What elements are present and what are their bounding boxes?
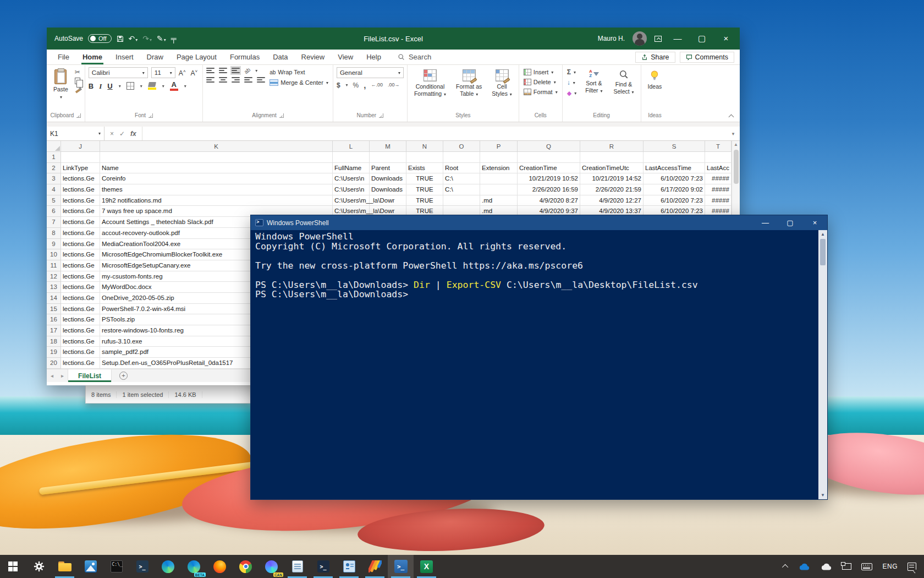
avatar[interactable] <box>632 31 647 46</box>
sort-filter-button[interactable]: AZ Sort &Filter ▾ <box>582 67 606 96</box>
decrease-indent-icon[interactable] <box>244 77 252 83</box>
increase-decimal-icon[interactable]: ←.00 <box>371 83 383 88</box>
copy-icon[interactable] <box>75 78 80 84</box>
orientation-icon[interactable]: ab <box>243 66 252 75</box>
customize-quick-access-icon[interactable]: ╤ <box>171 35 177 42</box>
undo-icon[interactable]: ↶▾ <box>129 35 138 42</box>
fill-button[interactable]: ↓▾ <box>566 78 578 87</box>
grid-cell-O4[interactable]: C:\ <box>443 184 480 195</box>
ps-maximize-button[interactable]: ▢ <box>778 216 802 230</box>
taskbar-firefox[interactable] <box>207 555 233 578</box>
grid-cell-M2[interactable]: Parent <box>370 163 406 174</box>
grid-cell-P1[interactable] <box>480 152 518 163</box>
autosum-button[interactable]: Σ▾ <box>566 68 578 76</box>
grid-cell-L3[interactable]: C:\Users\n <box>333 173 370 184</box>
grid-cell-K5[interactable]: 19h2 notifications.md <box>100 195 333 206</box>
column-header-M[interactable]: M <box>370 141 406 152</box>
column-header-P[interactable]: P <box>480 141 518 152</box>
underline-button[interactable]: U <box>107 83 112 90</box>
taskbar-settings[interactable] <box>26 555 52 578</box>
ribbon-tab-data[interactable]: Data <box>266 50 294 64</box>
taskbar[interactable]: C:\_ >_ BETA CAN >_ >_ X ENG <box>0 555 924 578</box>
ps-scrollbar[interactable]: ▲ ▼ <box>818 230 827 499</box>
collapse-ribbon-icon[interactable] <box>728 114 735 119</box>
row-header-11[interactable]: 11 <box>47 260 61 271</box>
grid-cell-K1[interactable] <box>100 152 333 163</box>
wrap-text-button[interactable]: ab Wrap Text <box>268 68 329 76</box>
grid-cell-M3[interactable]: Downloads <box>370 173 406 184</box>
grid-cell-J17[interactable]: lections.Ge <box>61 325 100 336</box>
grid-cell-T3[interactable]: ##### <box>705 173 732 184</box>
grid-cell-L4[interactable]: C:\Users\n <box>333 184 370 195</box>
bold-button[interactable]: B <box>89 83 94 90</box>
sheet-nav-right-icon[interactable]: ▸ <box>57 373 68 379</box>
row-header-14[interactable]: 14 <box>47 293 61 304</box>
ribbon-tab-insert[interactable]: Insert <box>109 50 140 64</box>
fill-color-button[interactable] <box>148 82 156 90</box>
column-header-J[interactable]: J <box>61 141 100 152</box>
grid-cell-P3[interactable] <box>480 173 518 184</box>
touch-mode-icon[interactable]: ✎▾ <box>157 35 166 42</box>
taskbar-excel[interactable]: X <box>414 555 439 578</box>
align-right-icon[interactable] <box>232 77 240 83</box>
delete-cells-button[interactable]: Delete▾ <box>522 78 559 86</box>
share-button[interactable]: Share <box>635 52 675 63</box>
ribbon-display-options-icon[interactable] <box>654 36 662 42</box>
ribbon[interactable]: Paste▾ ✂ Clipboard Calibri▾ 11▾ A˄ A˅ <box>47 65 740 122</box>
grid-cell-Q4[interactable]: 2/26/2020 16:59 <box>518 184 580 195</box>
row-header-2[interactable]: 2 <box>47 163 61 174</box>
grid-cell-J8[interactable]: lections.Ge <box>61 228 100 239</box>
restore-button[interactable]: ▢ <box>694 28 710 50</box>
grid-cell-T2[interactable]: LastAcc <box>705 163 732 174</box>
taskbar-whiteboard[interactable] <box>362 555 388 578</box>
grid-cell-J6[interactable]: lections.Ge <box>61 206 100 217</box>
column-header-Q[interactable]: Q <box>518 141 580 152</box>
grid-cell-M4[interactable]: Downloads <box>370 184 406 195</box>
grid-cell-R2[interactable]: CreationTimeUtc <box>580 163 644 174</box>
grid-cell-L5[interactable]: C:\Users\m__la\Dowr <box>333 195 370 206</box>
grid-cell-S2[interactable]: LastAccessTime <box>644 163 705 174</box>
tray-onedrive-business[interactable] <box>815 555 837 578</box>
align-center-icon[interactable] <box>219 77 227 83</box>
redo-icon[interactable]: ↷▾ <box>142 35 152 42</box>
select-all-corner[interactable] <box>47 141 61 152</box>
comments-button[interactable]: Comments <box>680 52 734 63</box>
row-header-9[interactable]: 9 <box>47 239 61 250</box>
grid-cell-R4[interactable]: 2/26/2020 21:59 <box>580 184 644 195</box>
grid-cell-J20[interactable]: lections.Ge <box>61 358 100 369</box>
row-header-13[interactable]: 13 <box>47 282 61 293</box>
autosave-toggle[interactable]: Off <box>88 34 111 43</box>
taskbar-powershell-active[interactable]: >_ <box>388 555 414 578</box>
new-sheet-icon[interactable]: + <box>119 372 128 380</box>
grid-cell-S1[interactable] <box>644 152 705 163</box>
cancel-entry-icon[interactable]: × <box>110 130 114 138</box>
ribbon-tab-formulas[interactable]: Formulas <box>223 50 266 64</box>
tray-touch-keyboard[interactable] <box>856 555 877 578</box>
taskbar-file-explorer[interactable] <box>52 555 78 578</box>
grid-cell-O3[interactable]: C:\ <box>443 173 480 184</box>
grid-cell-J15[interactable]: lections.Ge <box>61 304 100 315</box>
grid-cell-J10[interactable]: lections.Ge <box>61 249 100 260</box>
clear-button[interactable]: ◆▾ <box>566 89 578 97</box>
grid-cell-T1[interactable] <box>705 152 732 163</box>
ps-scroll-up-icon[interactable]: ▲ <box>821 230 825 238</box>
grid-cell-J1[interactable] <box>61 152 100 163</box>
row-header-19[interactable]: 19 <box>47 347 61 358</box>
grid-cell-K2[interactable]: Name <box>100 163 333 174</box>
ideas-button[interactable]: Ideas <box>645 67 666 92</box>
console-output[interactable]: Windows PowerShellCopyright (C) Microsof… <box>251 230 818 499</box>
grid-cell-Q2[interactable]: CreationTime <box>518 163 580 174</box>
paste-button[interactable]: Paste▾ <box>50 67 72 102</box>
row-header-18[interactable]: 18 <box>47 336 61 347</box>
grid-cell-J5[interactable]: lections.Ge <box>61 195 100 206</box>
font-color-button[interactable]: A <box>170 81 178 91</box>
column-header-R[interactable]: R <box>580 141 644 152</box>
grid-cell-T5[interactable]: ##### <box>705 195 732 206</box>
grid-cell-S5[interactable]: 6/10/2020 7:23 <box>644 195 705 206</box>
ribbon-tab-home[interactable]: Home <box>76 50 109 64</box>
account-user-name[interactable]: Mauro H. <box>598 35 625 42</box>
borders-icon[interactable] <box>127 82 134 90</box>
scroll-up-icon[interactable]: ▲ <box>734 141 738 149</box>
ribbon-tab-page-layout[interactable]: Page Layout <box>170 50 223 64</box>
grid-cell-N3[interactable]: TRUE <box>406 173 443 184</box>
